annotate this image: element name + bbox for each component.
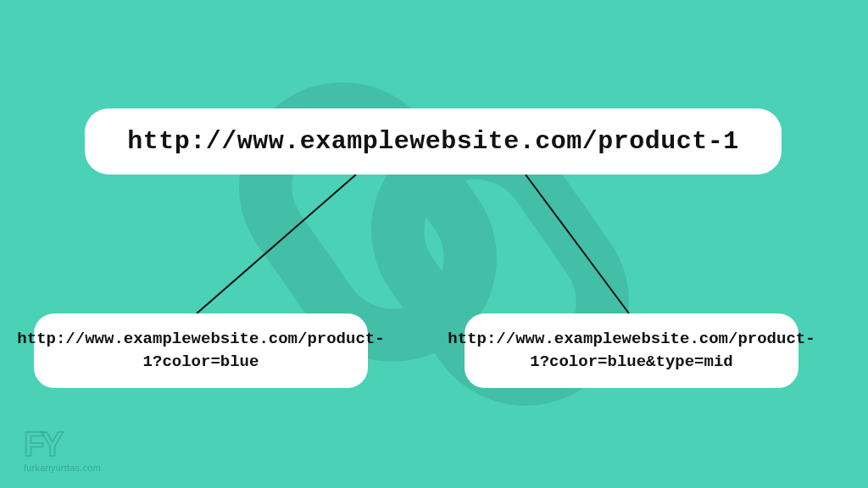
svg-line-3 [526, 175, 629, 313]
watermark: FY furkanyurttas.com [24, 427, 101, 473]
chain-link-icon [214, 24, 654, 464]
child-url-box-left: http://www.examplewebsite.com/product-1?… [34, 313, 368, 388]
child-url-box-right: http://www.examplewebsite.com/product-1?… [465, 313, 798, 388]
diagram-stage: http://www.examplewebsite.com/product-1 … [0, 0, 868, 488]
parent-url-box: http://www.examplewebsite.com/product-1 [85, 108, 782, 175]
connector-lines [0, 0, 868, 488]
child-url-left-text: http://www.examplewebsite.com/product-1?… [17, 328, 384, 373]
watermark-domain: furkanyurttas.com [24, 463, 101, 473]
child-url-right-text: http://www.examplewebsite.com/product-1?… [448, 328, 815, 373]
parent-url-text: http://www.examplewebsite.com/product-1 [127, 127, 739, 156]
watermark-initials: FY [24, 427, 60, 461]
svg-line-2 [197, 175, 356, 313]
